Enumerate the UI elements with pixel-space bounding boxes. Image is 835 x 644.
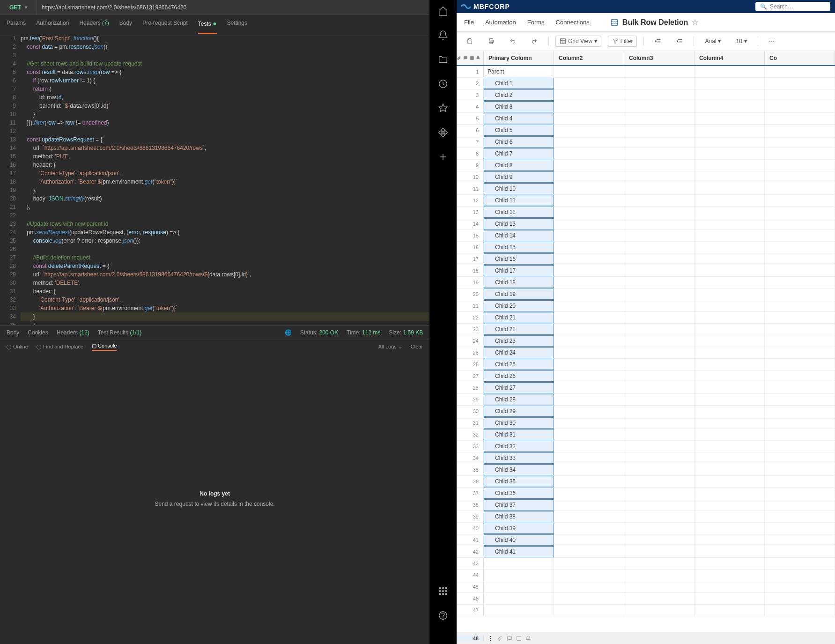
cell[interactable] (554, 101, 624, 112)
row-number[interactable]: 12 (457, 195, 484, 206)
cell[interactable] (624, 78, 695, 89)
table-row[interactable]: 43 (457, 558, 835, 570)
row-number[interactable]: 21 (457, 300, 484, 311)
cell-primary[interactable]: Child 38 (484, 511, 554, 522)
col-4[interactable]: Column4 (695, 51, 765, 65)
cell[interactable] (624, 195, 695, 206)
cell[interactable] (695, 570, 765, 581)
cell[interactable] (624, 171, 695, 183)
cell[interactable] (624, 312, 695, 323)
row-number[interactable]: 1 (457, 66, 484, 77)
table-row[interactable]: 42Child 41 (457, 546, 835, 558)
tab-params[interactable]: Params (7, 20, 26, 29)
cell[interactable] (695, 113, 765, 124)
font-selector[interactable]: Arial ▾ (701, 36, 725, 47)
cell[interactable] (624, 347, 695, 358)
row-number[interactable]: 34 (457, 452, 484, 464)
cell-primary[interactable]: Child 1 (484, 78, 554, 89)
cell[interactable] (765, 370, 835, 382)
row-number[interactable]: 5 (457, 113, 484, 124)
table-row[interactable]: 24Child 23 (457, 335, 835, 347)
cell[interactable] (765, 476, 835, 487)
cell[interactable] (765, 113, 835, 124)
cell[interactable] (554, 523, 624, 534)
cell[interactable] (554, 441, 624, 452)
cell[interactable] (765, 300, 835, 311)
cell[interactable] (554, 171, 624, 183)
cell[interactable] (554, 218, 624, 229)
table-row[interactable]: 37Child 36 (457, 488, 835, 499)
table-row[interactable]: 4Child 3 (457, 101, 835, 113)
cell[interactable] (554, 511, 624, 522)
row-number[interactable]: 41 (457, 534, 484, 546)
cell[interactable] (765, 265, 835, 276)
cell[interactable] (765, 207, 835, 218)
cell[interactable] (554, 242, 624, 253)
cell-primary[interactable]: Child 24 (484, 347, 554, 358)
cell[interactable] (554, 300, 624, 311)
table-row[interactable]: 18Child 17 (457, 265, 835, 277)
cell[interactable] (554, 277, 624, 288)
table-row[interactable]: 9Child 8 (457, 160, 835, 171)
cell[interactable] (695, 452, 765, 464)
cell[interactable] (624, 359, 695, 370)
table-row[interactable]: 11Child 10 (457, 183, 835, 195)
table-row[interactable]: 27Child 26 (457, 370, 835, 382)
row-number[interactable]: 44 (457, 570, 484, 581)
cell[interactable] (554, 230, 624, 241)
cell-primary[interactable]: Child 36 (484, 488, 554, 499)
cell[interactable] (554, 499, 624, 511)
table-row[interactable]: 41Child 40 (457, 534, 835, 546)
cell-primary[interactable]: Child 21 (484, 312, 554, 323)
table-row[interactable]: 39Child 38 (457, 511, 835, 523)
cell-primary[interactable] (484, 593, 554, 604)
cell[interactable] (624, 335, 695, 347)
cell[interactable] (765, 581, 835, 592)
cell[interactable] (695, 347, 765, 358)
row-number[interactable]: 10 (457, 171, 484, 183)
table-row[interactable]: 3Child 2 (457, 89, 835, 101)
cell[interactable] (695, 335, 765, 347)
cell[interactable] (624, 324, 695, 335)
resp-tab-body[interactable]: Body (7, 329, 19, 336)
row-number[interactable]: 30 (457, 406, 484, 417)
more-icon[interactable]: ⋯ (765, 36, 779, 47)
cell-primary[interactable]: Child 17 (484, 265, 554, 276)
cell[interactable] (554, 581, 624, 592)
row-number[interactable]: 32 (457, 429, 484, 440)
attachment-icon[interactable] (497, 636, 503, 641)
cell[interactable] (765, 570, 835, 581)
home-icon[interactable] (438, 6, 448, 16)
row-number[interactable]: 8 (457, 148, 484, 159)
url-input[interactable]: https://api.smartsheet.com/2.0/sheets/68… (37, 4, 430, 11)
filter-button[interactable]: Filter (608, 36, 637, 47)
cell-primary[interactable]: Child 34 (484, 464, 554, 475)
table-row[interactable]: 30Child 29 (457, 406, 835, 417)
cell-primary[interactable]: Child 39 (484, 523, 554, 534)
cell[interactable] (624, 382, 695, 393)
col-primary[interactable]: Primary Column (484, 51, 554, 65)
cell-primary[interactable]: Child 19 (484, 289, 554, 300)
row-number[interactable]: 47 (457, 605, 484, 616)
table-row[interactable]: 44 (457, 570, 835, 581)
col-5[interactable]: Co (765, 51, 835, 65)
tab-authorization[interactable]: Authorization (36, 20, 69, 29)
cell-primary[interactable]: Child 10 (484, 183, 554, 194)
row-number[interactable]: 27 (457, 370, 484, 382)
cell[interactable] (624, 66, 695, 77)
cell[interactable] (554, 347, 624, 358)
cell[interactable] (765, 101, 835, 112)
row-number[interactable]: 42 (457, 546, 484, 557)
cell[interactable] (695, 160, 765, 171)
cell-primary[interactable]: Child 14 (484, 230, 554, 241)
cell[interactable] (554, 370, 624, 382)
cell[interactable] (765, 78, 835, 89)
cell[interactable] (554, 593, 624, 604)
cell-primary[interactable]: Child 2 (484, 89, 554, 101)
cell[interactable] (554, 207, 624, 218)
view-selector[interactable]: Grid View ▾ (555, 36, 601, 47)
cell[interactable] (624, 89, 695, 101)
cell[interactable] (765, 605, 835, 616)
cell[interactable] (624, 277, 695, 288)
cell[interactable] (765, 452, 835, 464)
